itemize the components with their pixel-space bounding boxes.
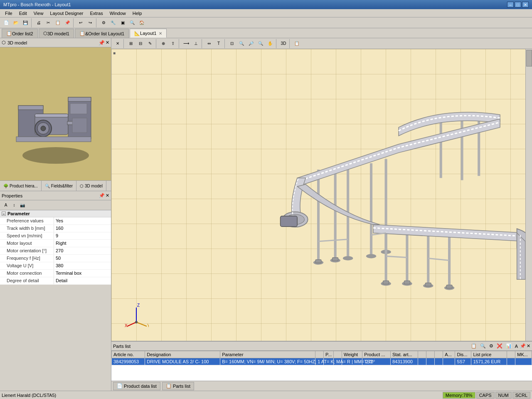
cell-a <box>443 358 455 365</box>
panel-tab-hierarchy[interactable]: 🌳 Product hiera... <box>0 181 42 191</box>
lt-sep7 <box>289 39 291 48</box>
parts-list-tb2[interactable]: 🔍 <box>479 343 487 349</box>
properties-pin[interactable]: 📌 <box>99 193 105 198</box>
tb-btn2[interactable]: ✂ <box>44 18 53 27</box>
lt-sep5 <box>224 39 226 48</box>
col-a[interactable]: A... <box>443 351 455 358</box>
lt-btn-route[interactable]: ⊕ <box>159 39 168 48</box>
col-p1[interactable] <box>315 351 324 358</box>
menu-view[interactable]: View <box>30 10 47 17</box>
menu-window[interactable]: Window <box>106 10 129 17</box>
undo-button[interactable]: ↩ <box>76 18 85 27</box>
model-panel-icon: ⬡ <box>2 40 6 45</box>
lt-btn-pan[interactable]: ✋ <box>266 39 275 48</box>
parts-list-tb6[interactable]: A <box>514 344 519 349</box>
menu-layout-designer[interactable]: Layout Designer <box>47 10 86 17</box>
prop-tb-2[interactable]: ↕ <box>10 201 18 209</box>
parts-list-pin[interactable]: 📌 <box>520 343 526 349</box>
new-button[interactable]: 📄 <box>2 18 11 27</box>
tb-btn6[interactable]: 🔧 <box>108 18 118 27</box>
lt-btn-line[interactable]: ⟶ <box>182 39 191 48</box>
tb-btn9[interactable]: 🏠 <box>137 18 146 27</box>
lt-btn-grid[interactable]: ⊞ <box>126 39 135 48</box>
col-weight[interactable]: Weight <box>342 351 362 358</box>
maximize-button[interactable]: □ <box>515 2 521 7</box>
col-mk2[interactable]: MK... <box>515 351 532 358</box>
col-s1[interactable] <box>418 351 426 358</box>
parts-list-tb3[interactable]: ⚙ <box>488 343 495 349</box>
bottom-tab-parts[interactable]: 📋 Parts list <box>162 382 194 390</box>
lt-btn-arrow[interactable]: ⇧ <box>168 39 177 48</box>
col-stat[interactable]: Stat. art... <box>390 351 418 358</box>
menu-edit[interactable]: Edit <box>16 10 30 17</box>
canvas-scrollbar-v[interactable] <box>525 49 532 341</box>
tab-order-list2[interactable]: 📋 Order list2 <box>2 29 38 38</box>
lt-btn-text[interactable]: T <box>214 39 223 48</box>
tab-3d-model1[interactable]: ⬡ 3D model1 <box>39 29 74 38</box>
tb-btn3[interactable]: 📋 <box>53 18 62 27</box>
lt-btn-zoom-out[interactable]: 🔍 <box>256 39 265 48</box>
tab-layout1-close[interactable]: ✕ <box>159 31 162 36</box>
tb-btn7[interactable]: ▣ <box>118 18 127 27</box>
table-row[interactable]: 3842998053 DRIVE MODULE AS 2/ C- 100 B= … <box>112 358 532 365</box>
col-p3[interactable] <box>334 351 342 358</box>
parts-list-tb4[interactable]: ❌ <box>495 343 504 349</box>
lt-btn-zoom-in[interactable]: 🔎 <box>246 39 256 48</box>
prop-tb-3[interactable]: 📷 <box>18 201 27 209</box>
lt-btn-dim[interactable]: ⇔ <box>204 39 214 48</box>
col-parameter[interactable]: Parameter <box>220 351 315 358</box>
canvas-area[interactable]: Z Y X ■ <box>111 49 532 341</box>
tb-btn5[interactable]: ⚙ <box>99 18 108 27</box>
prop-tb-1[interactable]: A <box>2 201 10 209</box>
lt-btn-fit[interactable]: ⊡ <box>227 39 236 48</box>
prop-label: Motor connection <box>0 270 54 277</box>
tb-btn1[interactable]: 🖨 <box>34 18 43 27</box>
cell-stat: 84313900 <box>390 358 418 365</box>
col-dis[interactable]: Dis... <box>455 351 471 358</box>
menu-help[interactable]: Help <box>129 10 145 17</box>
param-collapse[interactable]: − <box>2 212 6 216</box>
parts-table[interactable]: Article no. Designation Parameter P... W… <box>111 351 532 381</box>
tb-btn4[interactable]: 📌 <box>63 18 72 27</box>
model-panel-close[interactable]: ✕ <box>106 40 109 46</box>
cell-price: 1571,26 EUR <box>471 358 507 365</box>
tb-btn8[interactable]: 🔍 <box>128 18 137 27</box>
lt-btn-snap[interactable]: ⊟ <box>136 39 145 48</box>
menu-file[interactable]: File <box>2 10 16 17</box>
close-button[interactable]: ✕ <box>522 2 529 7</box>
col-product[interactable]: Product ... <box>362 351 391 358</box>
properties-title: Properties <box>2 193 22 198</box>
col-p2[interactable]: P... <box>324 351 334 358</box>
redo-button[interactable]: ↪ <box>86 18 95 27</box>
menu-extras[interactable]: Extras <box>86 10 106 17</box>
col-price[interactable]: List price <box>471 351 507 358</box>
col-s2[interactable] <box>426 351 435 358</box>
model-panel-pin[interactable]: 📌 <box>99 40 105 46</box>
save-button[interactable]: 💾 <box>21 18 30 27</box>
prop-value: 270 <box>54 247 65 254</box>
lt-btn-edit[interactable]: ✎ <box>145 39 155 48</box>
lt-btn-break[interactable]: ⊥ <box>191 39 200 48</box>
tab-order-list-layout1[interactable]: 📋 &Order list Layout1 <box>75 29 129 38</box>
panel-tab-fields[interactable]: 🔍 Fields&filter <box>42 181 76 191</box>
bottom-tab-product-data[interactable]: 📄 Product data list <box>113 382 160 390</box>
tab-layout1[interactable]: 📐 Layout1 ✕ <box>130 29 167 38</box>
parts-list-close[interactable]: ✕ <box>527 343 530 349</box>
col-mk1[interactable] <box>507 351 515 358</box>
parts-list-tb5[interactable]: 📊 <box>505 343 513 349</box>
properties-close[interactable]: ✕ <box>106 193 109 198</box>
col-s3[interactable] <box>435 351 443 358</box>
minimize-button[interactable]: – <box>507 2 514 7</box>
parts-list-controls: 📋 🔍 ⚙ ❌ 📊 A 📌 ✕ <box>470 343 530 349</box>
parts-list-tb1[interactable]: 📋 <box>470 343 478 349</box>
col-article[interactable]: Article no. <box>112 351 145 358</box>
col-designation[interactable]: Designation <box>145 351 220 358</box>
titlebar-controls[interactable]: – □ ✕ <box>507 2 529 7</box>
panel-tab-3dmodel[interactable]: ⬡ 3D model <box>76 181 106 191</box>
open-button[interactable]: 📂 <box>11 18 20 27</box>
lt-btn-select[interactable]: ✕ <box>113 39 122 48</box>
lt-btn-clip[interactable]: 📋 <box>292 39 301 48</box>
lt-btn-3d[interactable]: 3D <box>279 39 288 48</box>
lt-btn-zoom-fit[interactable]: 🔍 <box>237 39 246 48</box>
prop-label: Preference values <box>0 217 54 224</box>
